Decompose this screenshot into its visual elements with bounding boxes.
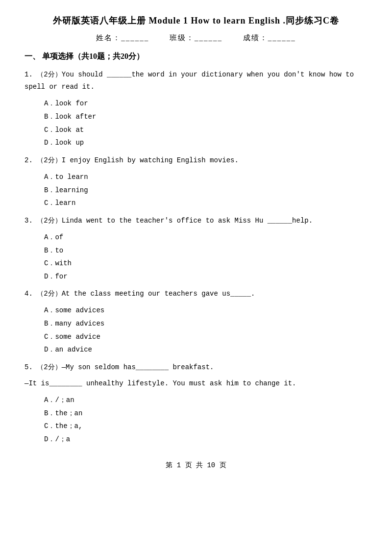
option-3c: C．with	[44, 257, 368, 270]
question-2-options: A．to learn B．learning C．learn	[44, 171, 368, 210]
header-info: 姓名：______ 班级：______ 成绩：______	[24, 33, 368, 43]
option-3a: A．of	[44, 231, 368, 244]
question-1: 1. （2分）You should ______the word in your…	[24, 69, 368, 150]
name-label: 姓名：______	[96, 34, 149, 42]
section1-title: 一、 单项选择（共10题；共20分）	[24, 51, 368, 62]
question-5-options: A．/；an B．the；an C．the；a, D．/；a	[44, 394, 368, 446]
option-1c: C．look at	[44, 124, 368, 137]
question-4: 4. （2分）At the class meeting our teachers…	[24, 288, 368, 356]
question-5-text2: —It is________ unhealthy lifestyle. You …	[24, 378, 368, 390]
question-4-options: A．some advices B．many advices C．some adv…	[44, 304, 368, 356]
question-4-text: 4. （2分）At the class meeting our teachers…	[24, 288, 368, 300]
option-3d: D．for	[44, 270, 368, 283]
option-2b: B．learning	[44, 184, 368, 197]
option-5d: D．/；a	[44, 433, 368, 446]
option-3b: B．to	[44, 244, 368, 257]
option-2c: C．learn	[44, 197, 368, 210]
question-5: 5. （2分）—My son seldom has________ breakf…	[24, 361, 368, 446]
question-3-text: 3. （2分）Linda went to the teacher's offic…	[24, 215, 368, 227]
option-5b: B．the；an	[44, 407, 368, 420]
page-footer: 第 1 页 共 10 页	[24, 461, 368, 470]
score-label: 成绩：______	[243, 34, 296, 42]
option-4c: C．some advice	[44, 330, 368, 344]
question-2: 2. （2分）I enjoy English by watching Engli…	[24, 154, 368, 210]
option-4d: D．an advice	[44, 343, 368, 356]
question-5-text1: 5. （2分）—My son seldom has________ breakf…	[24, 361, 368, 374]
option-5c: C．the；a,	[44, 420, 368, 433]
class-label: 班级：______	[170, 34, 222, 42]
option-1d: D．look up	[44, 136, 368, 150]
page-title: 外研版英语八年级上册 Module 1 How to learn English…	[24, 15, 368, 26]
question-2-text: 2. （2分）I enjoy English by watching Engli…	[24, 154, 368, 167]
option-2a: A．to learn	[44, 171, 368, 184]
option-1b: B．look after	[44, 110, 368, 124]
option-4b: B．many advices	[44, 317, 368, 330]
option-5a: A．/；an	[44, 394, 368, 407]
option-1a: A．look for	[44, 97, 368, 110]
question-3: 3. （2分）Linda went to the teacher's offic…	[24, 215, 368, 283]
option-4a: A．some advices	[44, 304, 368, 317]
question-1-text: 1. （2分）You should ______the word in your…	[24, 69, 368, 93]
question-1-options: A．look for B．look after C．look at D．look…	[44, 97, 368, 149]
question-3-options: A．of B．to C．with D．for	[44, 231, 368, 283]
